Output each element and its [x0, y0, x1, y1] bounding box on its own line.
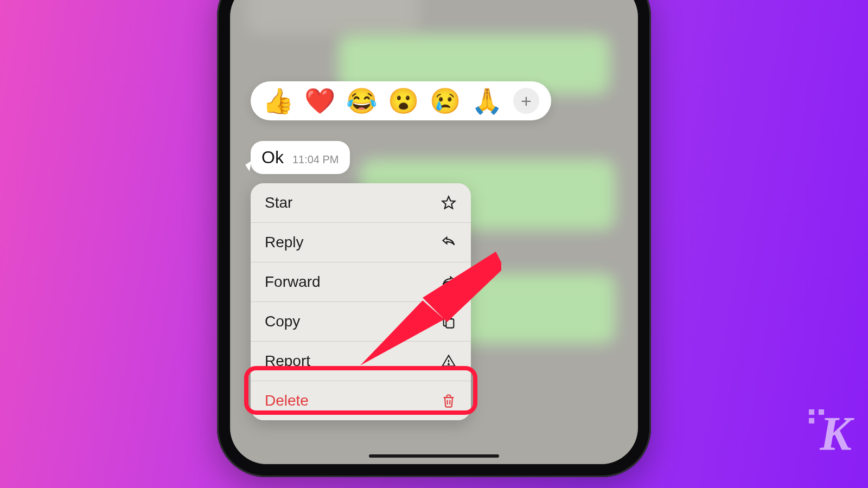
svg-point-3 [448, 364, 449, 365]
reaction-thumbs-up[interactable]: 👍 [263, 88, 293, 113]
menu-item-forward[interactable]: Forward [251, 262, 471, 302]
copy-icon [441, 313, 457, 330]
context-menu: Star Reply Forward [251, 183, 471, 420]
reply-icon [441, 234, 457, 251]
svg-marker-0 [442, 196, 455, 208]
menu-item-label: Forward [265, 273, 321, 291]
menu-item-label: Copy [265, 313, 300, 330]
menu-item-delete[interactable]: Delete [251, 381, 471, 420]
message-bubble[interactable]: Ok 11:04 PM [251, 141, 350, 174]
reaction-heart[interactable]: ❤️ [304, 88, 335, 113]
trash-icon [441, 393, 457, 409]
menu-item-label: Report [265, 352, 310, 370]
phone-screen: 👍 ❤️ 😂 😮 😢 🙏 + Ok 11:04 PM Star [230, 0, 638, 464]
phone-frame: 👍 ❤️ 😂 😮 😢 🙏 + Ok 11:04 PM Star [217, 0, 651, 477]
reaction-bar: 👍 ❤️ 😂 😮 😢 🙏 + [251, 81, 551, 120]
menu-item-label: Reply [265, 234, 304, 251]
forward-icon [441, 274, 457, 290]
message-text: Ok [261, 147, 284, 168]
phone-bezel: 👍 ❤️ 😂 😮 😢 🙏 + Ok 11:04 PM Star [229, 0, 639, 465]
menu-item-reply[interactable]: Reply [251, 223, 471, 262]
menu-item-label: Star [265, 194, 292, 211]
svg-rect-1 [446, 319, 454, 328]
home-indicator [369, 454, 499, 458]
reaction-surprised[interactable]: 😮 [388, 88, 419, 113]
reaction-cry[interactable]: 😢 [430, 88, 461, 113]
message-bubble-wrap: Ok 11:04 PM [251, 141, 350, 174]
message-timestamp: 11:04 PM [292, 153, 339, 166]
reaction-pray[interactable]: 🙏 [471, 88, 502, 113]
warning-icon [441, 353, 457, 369]
reaction-add-button[interactable]: + [513, 88, 539, 114]
menu-item-copy[interactable]: Copy [251, 302, 471, 342]
menu-item-star[interactable]: Star [251, 183, 471, 223]
menu-item-report[interactable]: Report [251, 342, 471, 381]
reaction-laugh[interactable]: 😂 [346, 88, 377, 113]
star-icon [441, 195, 457, 211]
menu-item-label: Delete [265, 392, 309, 409]
watermark-logo: K [820, 406, 850, 461]
